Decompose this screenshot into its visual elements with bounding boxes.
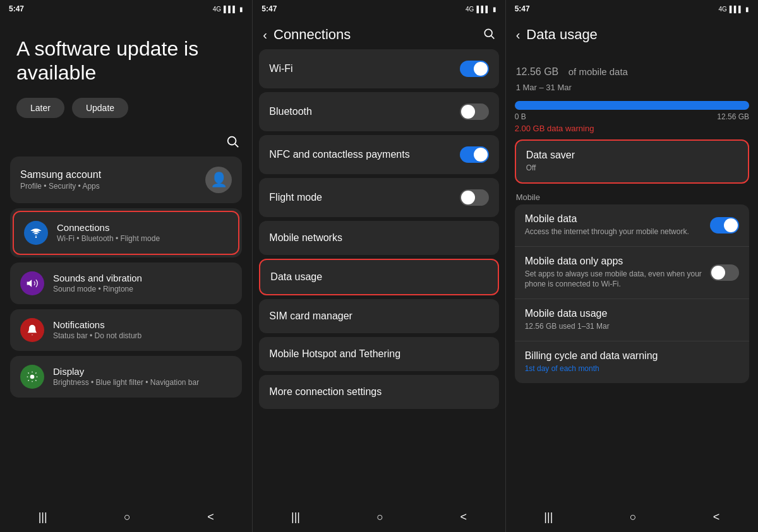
later-button[interactable]: Later	[16, 98, 64, 118]
billing-cycle-sub: 1st day of each month	[525, 364, 739, 374]
data-date-range: 1 Mar – 31 Mar	[516, 83, 748, 92]
billing-cycle-item[interactable]: Billing cycle and data warning 1st day o…	[515, 341, 749, 383]
nav-home-1[interactable]: ○	[111, 505, 143, 529]
status-icons-2: 4G ▌▌▌ ▮	[466, 6, 496, 13]
panel2-body: ‹ Connections Wi-Fi Bluetooth	[253, 18, 505, 502]
nav-menu-1[interactable]: |||	[26, 505, 60, 529]
flight-mode-label: Flight mode	[269, 192, 322, 203]
connections-icon	[24, 221, 48, 245]
data-amount-section: 12.56 GB of mobile data 1 Mar – 31 Mar	[515, 49, 749, 95]
panel3-data-usage: 5:47 4G ▌▌▌ ▮ ‹ Data usage 12.56 GB of m…	[506, 0, 758, 532]
mobile-networks-item[interactable]: Mobile networks	[259, 221, 498, 255]
svg-line-1	[235, 144, 238, 147]
update-button[interactable]: Update	[72, 98, 128, 118]
wifi-item[interactable]: Wi-Fi	[259, 49, 498, 88]
samsung-account-title: Samsung account	[20, 169, 101, 180]
data-usage-item[interactable]: Data usage	[259, 259, 498, 295]
display-section: Display Brightness • Blue light filter •…	[10, 356, 242, 398]
mobile-data-card: Mobile data Access the internet through …	[515, 204, 749, 383]
sounds-item[interactable]: Sounds and vibration Sound mode • Ringto…	[10, 263, 242, 304]
nfc-toggle[interactable]	[460, 146, 489, 163]
mobile-data-toggle[interactable]	[710, 217, 739, 233]
data-usage-label: Data usage	[270, 271, 322, 283]
sim-card-item[interactable]: SIM card manager	[259, 299, 498, 333]
display-item[interactable]: Display Brightness • Blue light filter •…	[10, 356, 242, 398]
back-button-3[interactable]: ‹	[516, 28, 520, 42]
mobile-data-sub: Access the internet through your mobile …	[525, 227, 689, 237]
mobile-data-usage-item[interactable]: Mobile data usage 12.56 GB used 1–31 Mar	[515, 299, 749, 341]
display-icon	[20, 365, 44, 389]
sounds-title: Sounds and vibration	[53, 273, 142, 283]
status-bar-3: 5:47 4G ▌▌▌ ▮	[506, 0, 758, 18]
nfc-item[interactable]: NFC and contactless payments	[259, 135, 498, 174]
data-bar-fill	[515, 101, 749, 110]
bar-label-right: 12.56 GB	[717, 112, 749, 121]
data-amount-suffix: of mobile data	[568, 66, 628, 77]
data-warning: 2.00 GB data warning	[515, 124, 749, 133]
battery-icon-3: ▮	[745, 6, 749, 13]
nav-bar-3: ||| ○ <	[506, 502, 758, 532]
billing-cycle-title: Billing cycle and data warning	[525, 350, 739, 362]
status-time-3: 5:47	[515, 4, 530, 13]
notifications-title: Notifications	[53, 319, 141, 330]
connections-list: Wi-Fi Bluetooth NFC and contactless paym…	[253, 49, 505, 502]
mobile-data-only-apps-item[interactable]: Mobile data only apps Set apps to always…	[515, 246, 749, 299]
nav-menu-2[interactable]: |||	[279, 505, 313, 529]
samsung-account-row[interactable]: Samsung account Profile • Security • App…	[10, 157, 242, 203]
search-button-2[interactable]	[483, 27, 495, 43]
battery-icon-2: ▮	[493, 6, 496, 13]
wifi-toggle[interactable]	[460, 61, 489, 77]
connections-header: ‹ Connections	[253, 18, 505, 49]
connections-item[interactable]: Connections Wi-Fi • Bluetooth • Flight m…	[13, 211, 239, 255]
notifications-item[interactable]: Notifications Status bar • Do not distur…	[10, 309, 242, 351]
bluetooth-item[interactable]: Bluetooth	[259, 92, 498, 131]
signal-icon-3: 4G	[718, 6, 726, 13]
data-saver-card[interactable]: Data saver Off	[515, 139, 749, 184]
sim-card-label: SIM card manager	[269, 310, 352, 322]
back-button-2[interactable]: ‹	[263, 28, 267, 42]
samsung-account-section: Samsung account Profile • Security • App…	[10, 157, 242, 203]
connections-title: Connections	[57, 222, 160, 233]
status-bar-1: 5:47 4G ▌▌▌ ▮	[0, 0, 252, 18]
hotspot-label: Mobile Hotspot and Tethering	[269, 348, 400, 360]
signal-icon-2: 4G	[466, 6, 474, 13]
sounds-icon	[20, 271, 44, 295]
status-bar-2: 5:47 4G ▌▌▌ ▮	[253, 0, 505, 18]
mobile-data-only-apps-toggle[interactable]	[710, 264, 739, 281]
bluetooth-toggle[interactable]	[460, 103, 489, 120]
svg-point-2	[35, 236, 37, 238]
nav-home-2[interactable]: ○	[364, 505, 396, 529]
wifi-label: Wi-Fi	[269, 63, 292, 74]
battery-icon-1: ▮	[239, 6, 243, 13]
connections-header-title: Connections	[274, 27, 351, 43]
data-saver-title: Data saver	[526, 150, 738, 161]
status-time-1: 5:47	[9, 4, 24, 13]
nav-home-3[interactable]: ○	[617, 505, 649, 529]
data-amount-main: 12.56 GB of mobile data	[516, 56, 748, 80]
panel1-settings-home: 5:47 4G ▌▌▌ ▮ A software update is avail…	[0, 0, 252, 532]
nav-bar-2: ||| ○ <	[253, 502, 505, 532]
svg-point-4	[484, 29, 492, 37]
flight-mode-item[interactable]: Flight mode	[259, 178, 498, 217]
search-button-1[interactable]	[226, 134, 239, 150]
update-banner: A software update is available Later Upd…	[10, 24, 242, 131]
data-saver-item[interactable]: Data saver Off	[516, 141, 748, 182]
mobile-networks-label: Mobile networks	[269, 232, 342, 244]
nav-back-2[interactable]: <	[447, 505, 479, 529]
notifications-section: Notifications Status bar • Do not distur…	[10, 309, 242, 351]
section-mobile-label: Mobile	[515, 189, 749, 204]
more-connection-item[interactable]: More connection settings	[259, 375, 498, 409]
display-sub: Brightness • Blue light filter • Navigat…	[53, 378, 199, 387]
mobile-data-item[interactable]: Mobile data Access the internet through …	[515, 204, 749, 246]
status-time-2: 5:47	[262, 4, 277, 13]
hotspot-item[interactable]: Mobile Hotspot and Tethering	[259, 337, 498, 371]
connections-section: Connections Wi-Fi • Bluetooth • Flight m…	[10, 208, 242, 257]
nav-back-3[interactable]: <	[701, 505, 733, 529]
panel2-connections: 5:47 4G ▌▌▌ ▮ ‹ Connections Wi-Fi	[253, 0, 505, 532]
flight-toggle[interactable]	[460, 189, 489, 206]
nav-menu-3[interactable]: |||	[531, 505, 565, 529]
samsung-account-sub: Profile • Security • Apps	[20, 182, 101, 191]
data-usage-body: 12.56 GB of mobile data 1 Mar – 31 Mar 0…	[506, 49, 758, 502]
nav-back-1[interactable]: <	[195, 505, 227, 529]
panel1-body: A software update is available Later Upd…	[0, 18, 252, 502]
